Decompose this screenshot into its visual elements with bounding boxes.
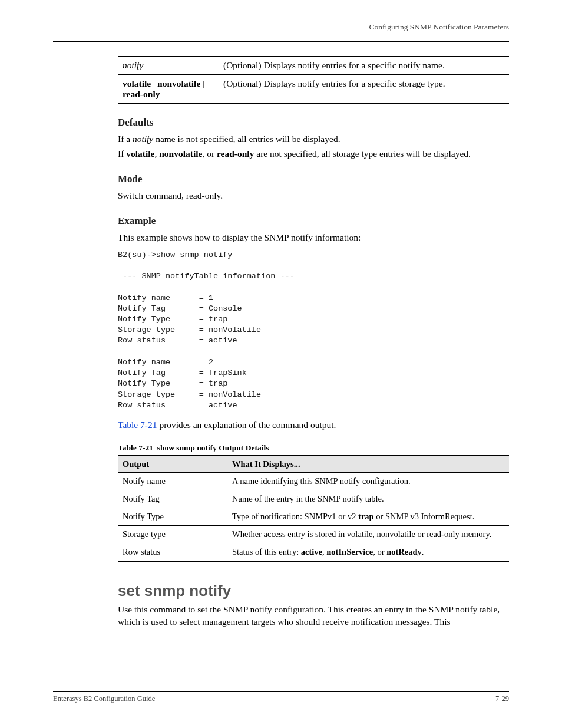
defaults-line-2: If volatile, nonvolatile, or read-only a…	[118, 148, 509, 160]
out-key: Notify name	[118, 472, 227, 490]
page-footer: Enterasys B2 Configuration Guide 7-29	[53, 691, 509, 703]
param-desc: (Optional) Displays notify entries for a…	[219, 75, 509, 104]
command-desc: Use this command to set the SNMP notify …	[118, 604, 509, 628]
out-key: Notify Tag	[118, 490, 227, 508]
out-val: Name of the entry in the SNMP notify tab…	[227, 490, 509, 508]
out-head-left: Output	[118, 456, 227, 473]
out-val: Type of notification: SNMPv1 or v2 trap …	[227, 508, 509, 525]
param-key: volatile | nonvolatile | read-only	[118, 75, 219, 104]
out-key: Notify Type	[118, 508, 227, 525]
post-example-text: Table 7-21 provides an explanation of th…	[118, 419, 509, 431]
out-key: Row status	[118, 543, 227, 561]
defaults-line-1: If a notify name is not specified, all e…	[118, 133, 509, 146]
out-val: Whether access entry is stored in volati…	[227, 525, 509, 543]
heading-mode: Mode	[118, 173, 509, 185]
out-val: Status of this entry: active, notInServi…	[227, 543, 509, 561]
out-val: A name identifying this SNMP notify conf…	[227, 472, 509, 490]
footer-left: Enterasys B2 Configuration Guide	[53, 694, 155, 703]
param-desc: (Optional) Displays notify entries for a…	[219, 57, 509, 75]
heading-example: Example	[118, 215, 509, 227]
example-intro: This example shows how to display the SN…	[118, 232, 509, 244]
footer-right: 7-29	[495, 694, 509, 703]
example-terminal-output: B2(su)->show snmp notify --- SNMP notify…	[118, 250, 509, 411]
out-key: Storage type	[118, 525, 227, 543]
table-ref-link[interactable]: Table 7-21	[118, 420, 157, 430]
param-key: notify	[118, 57, 219, 75]
header-rule	[53, 41, 509, 42]
heading-defaults: Defaults	[118, 117, 509, 129]
output-details-table: Output What It Displays... Notify name A…	[118, 455, 509, 562]
command-heading-set-snmp-notify: set snmp notify	[118, 582, 509, 600]
mode-text: Switch command, read-only.	[118, 190, 509, 202]
running-header: Configuring SNMP Notification Parameters	[369, 22, 509, 32]
parameters-table: notify (Optional) Displays notify entrie…	[118, 56, 509, 104]
footer-rule	[53, 691, 509, 692]
out-head-right: What It Displays...	[227, 456, 509, 473]
table-caption: Table 7-21 show snmp notify Output Detai…	[118, 443, 509, 453]
